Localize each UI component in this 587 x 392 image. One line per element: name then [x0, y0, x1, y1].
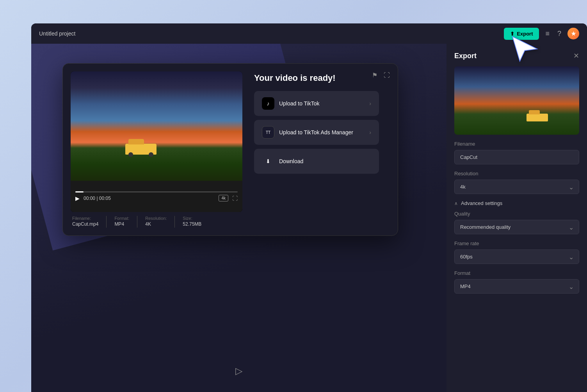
video-preview: ▶ 00:00 | 00:05 4k ⛶: [71, 71, 242, 212]
help-button[interactable]: ?: [556, 28, 563, 39]
van-wheel-right: [149, 152, 153, 157]
quality-badge: 4k: [219, 195, 228, 201]
svg-marker-1: [513, 37, 536, 61]
meta-divider-2: [137, 216, 137, 228]
resolution-label: Resolution: [454, 171, 579, 176]
play-button[interactable]: ▶: [75, 195, 80, 201]
size-meta: Size: 52.75MB: [183, 216, 201, 228]
resolution-meta: Resolution: 4K: [145, 216, 167, 228]
frame-rate-label: Frame rate: [454, 241, 579, 246]
video-meta-container: Filename: CapCut.mp4 Format: MP4 Resolut…: [71, 212, 242, 228]
meta-divider-3: [174, 216, 175, 228]
app-body: ⚑ ⛶: [31, 44, 587, 392]
download-button[interactable]: ⬇ Download: [254, 149, 379, 174]
resolution-section: Resolution 4k: [446, 171, 587, 200]
export-panel-title: Export: [454, 52, 477, 60]
advanced-chevron-icon: ∧: [454, 201, 458, 206]
tiktok-chevron-icon: ›: [369, 100, 371, 107]
format-section: Format MP4: [446, 270, 587, 300]
frame-rate-select-wrapper: 60fps: [454, 249, 579, 264]
video-meta: Filename: CapCut.mp4 Format: MP4 Resolut…: [71, 216, 242, 228]
panel-van-graphic: [527, 114, 548, 123]
app-window: Untitled project ⬆ Export ≡ ? ★ ⚑: [31, 23, 587, 392]
frame-rate-select[interactable]: 60fps: [454, 249, 579, 264]
ready-title: Your video is ready!: [254, 73, 390, 83]
meta-divider-1: [106, 216, 107, 228]
quality-select-wrapper: Recommended quality: [454, 220, 579, 234]
quality-label: Quality: [454, 211, 579, 217]
main-content: ⚑ ⛶: [31, 44, 446, 392]
format-select[interactable]: MP4: [454, 279, 579, 294]
dialog-fullscreen-button[interactable]: ⛶: [382, 70, 391, 80]
dialog-flag-button[interactable]: ⚑: [370, 70, 379, 80]
video-thumbnail: [71, 71, 242, 181]
export-dialog: ⚑ ⛶: [62, 63, 398, 236]
bottom-play-button[interactable]: ▷: [235, 365, 242, 376]
time-display: 00:00 | 00:05: [84, 196, 111, 201]
panel-van-body: [527, 114, 548, 121]
filename-label: Filename: [454, 141, 579, 147]
tiktok-ads-icon: TT: [262, 126, 274, 139]
dialog-actions: ⚑ ⛶: [370, 70, 391, 80]
quality-section: Quality Recommended quality: [446, 211, 587, 241]
project-title: Untitled project: [39, 30, 75, 37]
fullscreen-button[interactable]: ⛶: [232, 195, 238, 201]
layers-button[interactable]: ≡: [544, 28, 551, 39]
advanced-settings-toggle[interactable]: ∧ Advanced settings: [446, 200, 587, 211]
format-select-wrapper: MP4: [454, 279, 579, 294]
resolution-select[interactable]: 4k: [454, 180, 579, 194]
avatar[interactable]: ★: [567, 28, 579, 39]
download-icon: ⬇: [262, 155, 274, 167]
van-body: [125, 144, 157, 155]
upload-tiktok-button[interactable]: ♪ Upload to TikTok ›: [254, 91, 379, 116]
panel-thumbnail: [454, 66, 579, 135]
filename-meta: Filename: CapCut.mp4: [72, 216, 98, 228]
progress-fill: [75, 191, 84, 192]
frame-rate-section: Frame rate 60fps: [446, 241, 587, 270]
export-panel: Export ✕ Filename Resolution 4k: [446, 44, 587, 392]
format-label: Format: [454, 270, 579, 276]
upload-tiktok-ads-button[interactable]: TT Upload to TikTok Ads Manager ›: [254, 120, 379, 145]
filename-input[interactable]: [454, 150, 579, 164]
controls-row: ▶ 00:00 | 00:05 4k ⛶: [75, 195, 238, 201]
format-meta: Format: MP4: [114, 216, 129, 228]
van-wheel-left: [128, 152, 133, 157]
filename-section: Filename: [446, 141, 587, 171]
close-button[interactable]: ✕: [573, 52, 579, 60]
cursor-svg: [509, 33, 540, 64]
progress-bar[interactable]: [75, 191, 238, 192]
tiktok-icon: ♪: [262, 97, 274, 110]
van-graphic: [125, 144, 157, 157]
ads-chevron-icon: ›: [369, 129, 371, 135]
top-bar: Untitled project ⬆ Export ≡ ? ★: [31, 23, 587, 44]
resolution-select-wrapper: 4k: [454, 180, 579, 194]
dialog-right: Your video is ready! ♪ Upload to TikTok …: [254, 71, 390, 178]
video-controls: ▶ 00:00 | 00:05 4k ⛶: [71, 181, 242, 212]
quality-select[interactable]: Recommended quality: [454, 220, 579, 234]
